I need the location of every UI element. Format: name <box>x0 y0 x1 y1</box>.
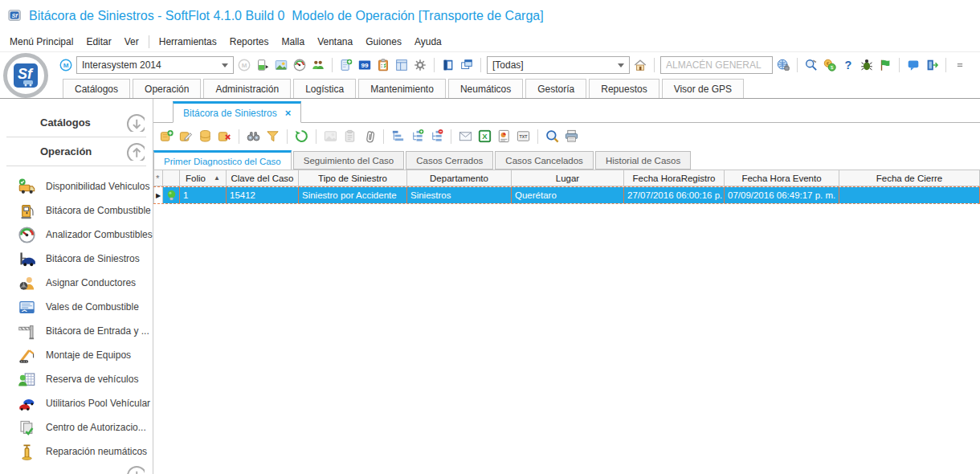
cell-departamento[interactable]: Siniestros <box>407 187 512 203</box>
sidebar-item-centro-de-autorizacio[interactable]: Centro de Autorizacio... <box>0 415 153 439</box>
module-tab-administracion[interactable]: Administración <box>203 79 291 98</box>
module-tab-gestoria[interactable]: Gestoría <box>525 79 586 98</box>
module-tab-operacion[interactable]: Operación <box>133 79 201 98</box>
table-row[interactable]: ▶115412Siniestro por AccidenteSiniestros… <box>153 186 980 204</box>
exit-icon[interactable] <box>924 57 940 73</box>
gauge-icon[interactable] <box>292 57 308 73</box>
sidebar-item-disponibilidad-vehiculos[interactable]: Disponibilidad Vehiculos <box>0 174 153 198</box>
cell-fecha-de-cierre[interactable] <box>839 187 980 203</box>
mail-icon[interactable] <box>457 128 474 145</box>
menu-item-editar[interactable]: Editar <box>80 34 117 50</box>
people-icon[interactable] <box>310 57 326 73</box>
sidebar-group-operacion[interactable]: Operación <box>0 139 153 164</box>
menu-item-malla[interactable]: Malla <box>275 34 311 50</box>
case-tab-seguimiento-del-caso[interactable]: Seguimiento del Caso <box>293 151 405 170</box>
overflow-icon[interactable] <box>952 57 968 73</box>
help-icon[interactable]: ? <box>840 57 856 73</box>
case-tab-primer-diagnostico-del-caso[interactable]: Primer Diagnostico del Caso <box>153 150 292 170</box>
paperclip-icon[interactable] <box>361 128 378 145</box>
company-combo[interactable]: Interasystem 2014 <box>76 56 234 74</box>
excel-export-icon[interactable]: X <box>476 128 493 145</box>
binoculars-icon[interactable] <box>245 128 262 145</box>
form-icon[interactable] <box>394 57 410 73</box>
menu-item-ver[interactable]: Ver <box>118 34 145 50</box>
menu-item-reportes[interactable]: Reportes <box>223 34 276 50</box>
column-header-fecha-hora-evento[interactable]: Fecha Hora Evento <box>725 170 839 186</box>
cell-folio[interactable]: 1 <box>180 187 227 203</box>
module-tab-visor-de-gps[interactable]: Visor de GPS <box>662 79 744 98</box>
coins-icon[interactable]: €$ <box>822 57 838 73</box>
column-header-lugar[interactable]: Lugar <box>512 170 624 186</box>
print-icon[interactable] <box>563 128 580 145</box>
module-tab-logistica[interactable]: Logística <box>293 79 356 98</box>
cell-lugar[interactable]: Querétaro <box>512 187 624 203</box>
number-99-icon[interactable]: 99 <box>357 57 373 73</box>
status-cell[interactable] <box>163 187 180 203</box>
cascade-windows-icon[interactable] <box>459 57 475 73</box>
status-column-header[interactable] <box>163 170 180 186</box>
sidebar-item-asignar-conductores[interactable]: Asignar Conductores <box>0 271 153 295</box>
circle-up-arrow-icon[interactable] <box>126 142 145 161</box>
sidebar-item-montaje-de-equipos[interactable]: Montaje de Equipos <box>0 343 153 367</box>
txt-export-icon[interactable]: TXT <box>515 128 532 145</box>
cell-tipo-de-siniestro[interactable]: Siniestro por Accidente <box>299 187 407 203</box>
add-record-icon[interactable] <box>158 128 175 145</box>
image-disabled-icon[interactable] <box>322 128 339 145</box>
chat-icon[interactable] <box>905 57 921 73</box>
new-document-icon[interactable] <box>338 57 354 73</box>
column-header-folio[interactable]: Folio▲ <box>180 170 227 186</box>
document-tab-bitacora-siniestros[interactable]: Bitácora de Siniestros × <box>173 101 301 123</box>
delete-record-icon[interactable] <box>216 128 233 145</box>
database-icon[interactable] <box>197 128 214 145</box>
search-tools-icon[interactable] <box>803 57 819 73</box>
sidebar-item-bitacora-de-siniestros[interactable]: Bitácora de Siniestros <box>0 247 153 271</box>
column-header-clave-del-caso[interactable]: Clave del Caso <box>227 170 299 186</box>
m-circle-disabled-icon[interactable]: M <box>236 57 252 73</box>
report-export-icon[interactable] <box>496 128 512 145</box>
gear-icon[interactable] <box>412 57 428 73</box>
row-indicator[interactable]: ▶ <box>153 187 163 203</box>
cell-fecha-hora-evento[interactable]: 07/09/2016 06:49:17 p. m. <box>725 187 839 203</box>
todas-combo[interactable]: [Todas] <box>487 56 630 74</box>
cell-fecha-horaregistro[interactable]: 27/07/2016 06:00:16 p. m. <box>624 187 725 203</box>
module-tab-catalogos[interactable]: Catálogos <box>63 79 130 98</box>
column-header-tipo-de-siniestro[interactable]: Tipo de Siniestro <box>299 170 407 186</box>
module-tab-neumaticos[interactable]: Neumáticos <box>448 79 523 98</box>
column-header-fecha-de-cierre[interactable]: Fecha de Cierre <box>839 170 980 186</box>
sidebar-item-utilitarios-pool-vehicular[interactable]: Utilitarios Pool Vehícular <box>0 391 153 415</box>
case-tab-casos-cancelados[interactable]: Casos Cancelados <box>495 151 594 170</box>
case-tab-casos-cerrados[interactable]: Casos Cerrados <box>406 151 493 170</box>
sidebar-item-bitacora-de-combustible[interactable]: Bitácora de Combustible <box>0 198 153 223</box>
column-header-departamento[interactable]: Departamento <box>407 170 512 186</box>
sidebar-item-reparacion-neumaticos[interactable]: Reparación neumáticos <box>0 439 153 464</box>
column-header-fecha-horaregistro[interactable]: Fecha HoraRegistro <box>624 170 725 186</box>
menu-item-menu-principal[interactable]: Menú Principal <box>3 34 80 50</box>
sidebar-item-reserva-de-vehiculos[interactable]: Reserva de vehículos <box>0 367 153 391</box>
menu-item-ventana[interactable]: Ventana <box>311 34 359 50</box>
home-icon[interactable] <box>632 57 648 73</box>
circle-down-arrow-icon[interactable] <box>126 465 145 474</box>
cell-clave-del-caso[interactable]: 15412 <box>227 187 299 203</box>
sidebar-item-vales-de-combustible[interactable]: Vales de Combustible <box>0 295 153 319</box>
sidebar-item-bitacora-de-entrada-y[interactable]: Bitácora de Entrada y ... <box>0 319 153 343</box>
menu-item-guiones[interactable]: Guiones <box>359 34 408 50</box>
module-tab-mantenimiento[interactable]: Mantenimiento <box>358 79 446 98</box>
sidebar-group-catalogos[interactable]: Catálogos <box>0 110 153 135</box>
globe-lock-icon[interactable] <box>775 57 791 73</box>
print-preview-icon[interactable] <box>544 128 561 145</box>
close-tab-icon[interactable]: × <box>285 107 292 119</box>
fuel-level-icon[interactable] <box>255 57 271 73</box>
tree-list-icon[interactable] <box>390 128 406 145</box>
m-circle-icon[interactable]: M <box>58 57 74 73</box>
expand-nodes-icon[interactable] <box>409 128 426 145</box>
module-tab-repuestos[interactable]: Repuestos <box>589 79 659 98</box>
case-tab-historial-de-casos[interactable]: Historial de Casos <box>595 151 691 170</box>
menu-item-herramientas[interactable]: Herramientas <box>153 34 223 50</box>
filter-funnel-icon[interactable] <box>264 128 281 145</box>
refresh-icon[interactable] <box>293 128 310 145</box>
edit-record-icon[interactable] <box>178 128 194 145</box>
flag-icon[interactable] <box>877 57 893 73</box>
bug-icon[interactable] <box>859 57 875 73</box>
sidebar-item-analizador-combustibles[interactable]: Analizador Combustibles <box>0 223 153 247</box>
warehouse-input[interactable] <box>660 56 773 74</box>
